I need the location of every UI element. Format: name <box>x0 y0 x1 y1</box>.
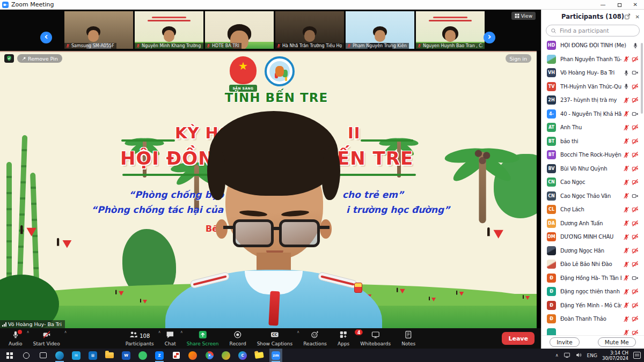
video-thumbnail[interactable]: Hà Nhã Trân Trường Tiểu Học... <box>275 11 344 49</box>
tray-expand-icon[interactable]: ∧ <box>555 353 559 358</box>
taskbar-app-multicolor-app[interactable] <box>219 349 232 362</box>
participant-avatar: HD <box>547 41 556 50</box>
zoom-app-icon <box>2 2 9 8</box>
video-thumbnail[interactable]: Samsung SM-A055F <box>64 11 133 49</box>
popout-panel-icon[interactable] <box>624 12 631 22</box>
remove-pin-button[interactable]: Remove Pin <box>17 54 62 63</box>
taskbar-app-mail[interactable]: ✉ <box>70 349 83 362</box>
participant-row[interactable]: BV Bùi Võ Như Quỳnh <box>541 162 644 176</box>
participant-row[interactable]: Đ Đặng Yến Minh - Mỏ Cày Nam <box>541 299 644 313</box>
mic-muted-icon <box>276 43 281 48</box>
participant-row[interactable]: Phan Nguyễn Thanh Tú- ... (Host) <box>541 53 644 67</box>
toolbar-audio-button[interactable]: Audio ∧ <box>3 328 28 349</box>
taskbar-clock[interactable]: 3:14 CH 30/07/2024 <box>602 350 628 361</box>
participant-name: Dương Anh Tuấn <box>560 220 621 226</box>
participant-avatar: CN <box>547 191 556 201</box>
video-filmstrip: ‹ Samsung SM-A055F Nguyễn Minh Khang Trư… <box>0 10 541 51</box>
participants-panel: Participants (108) ✕ HD HỘI ĐỒNG ĐỘI TỈN… <box>541 10 644 349</box>
participant-row[interactable]: Đào Lê Bảo Nhi Đào <box>541 257 644 271</box>
chat-icon <box>166 330 174 341</box>
filmstrip-next-button[interactable]: › <box>484 32 495 43</box>
child-illustration <box>397 289 409 309</box>
video-thumbnail[interactable]: HDTE BA TRI <box>205 11 274 49</box>
video-thumbnail[interactable]: Nguyen Huynh Bao Tran , Ca... <box>416 11 485 49</box>
participant-row[interactable]: TV TH-Huỳnh Văn Thức-Quỳnh Trâm <box>541 80 644 94</box>
language-indicator[interactable]: ENG <box>587 353 597 358</box>
video-thumbnail[interactable]: Nguyễn Minh Khang Trường ... <box>135 11 203 49</box>
action-center-icon[interactable] <box>633 352 641 359</box>
chevron-up-icon[interactable]: ∧ <box>64 330 67 334</box>
invite-button[interactable]: Invite <box>550 337 579 347</box>
toolbar-show-captions-button[interactable]: CC Show Captions ∧ <box>252 328 298 349</box>
taskbar-app-explorer[interactable] <box>103 349 116 362</box>
taskbar-app-yellow-app[interactable] <box>253 349 266 362</box>
participant-avatar: AT <box>547 123 556 132</box>
participant-row[interactable]: Đ Đặng Hồng Hà- Th Tân Bình- ... <box>541 271 644 285</box>
close-button[interactable]: ✕ <box>633 0 638 10</box>
minimize-button[interactable]: — <box>601 0 606 10</box>
taskbar-app-word[interactable]: W <box>120 349 133 362</box>
participant-avatar: Đ <box>547 301 556 310</box>
taskbar-app-zalo[interactable]: Z <box>153 349 166 362</box>
toolbar-participants-button[interactable]: 108 Participants ∧ <box>120 328 159 349</box>
mute-me-button[interactable]: Mute Me <box>598 337 636 347</box>
taskbar-app-green-app[interactable] <box>136 349 149 362</box>
child-illustration <box>457 292 467 310</box>
participant-row[interactable]: BT bảo thi <box>541 135 644 149</box>
sign-in-button[interactable]: Sign in <box>506 54 531 63</box>
participant-row[interactable]: 4- 40 - Nguyễn Thị Khả Hân (THP... <box>541 107 644 121</box>
toolbar-share-screen-button[interactable]: Share Screen <box>181 328 224 349</box>
participant-row[interactable]: CN Cao Ngọc <box>541 175 644 189</box>
taskbar-app-firefox[interactable] <box>186 349 199 362</box>
children-council-logo <box>265 56 295 86</box>
participant-row[interactable]: Dương Ngọc Hân <box>541 244 644 258</box>
security-shield-icon[interactable] <box>4 54 14 63</box>
close-panel-icon[interactable]: ✕ <box>635 14 640 20</box>
taskbar-app-search[interactable] <box>20 349 33 362</box>
participant-row[interactable]: VH Võ Hoàng Huy- Ba Tri <box>541 66 644 80</box>
participant-search[interactable] <box>546 25 640 36</box>
toolbar-notes-button[interactable]: Notes <box>396 328 421 349</box>
participant-name: DƯƠNG MINH CHÂU <box>560 234 621 240</box>
taskbar-app-zoom[interactable]: zm <box>269 349 282 362</box>
video-thumbnail[interactable]: Phạm Nguyễn Trung Kiên <box>346 11 414 49</box>
participant-avatar: CL <box>547 205 556 214</box>
taskbar-app-start[interactable] <box>3 349 16 362</box>
participant-row[interactable]: Đ Đoàn Thanh Thảo <box>541 312 644 326</box>
toolbar-apps-button[interactable]: Apps <box>332 328 355 349</box>
toolbar-start-video-button[interactable]: Start Video ∧ <box>28 328 65 349</box>
toolbar-record-button[interactable]: Record <box>224 328 252 349</box>
taskbar-app-store[interactable]: ⊞ <box>86 349 99 362</box>
view-button[interactable]: View <box>511 12 536 20</box>
toolbar-reactions-button[interactable]: Reactions <box>298 328 332 349</box>
participant-row[interactable]: 2H 237- hùynh thị trà my <box>541 93 644 107</box>
signal-icon <box>2 322 6 327</box>
taskbar-app-chrome[interactable] <box>203 349 216 362</box>
participant-row[interactable]: DM DƯƠNG MINH CHÂU <box>541 230 644 244</box>
toolbar-chat-button[interactable]: 4 Chat ∧ <box>159 328 181 349</box>
participant-row[interactable]: AT Anh Thu <box>541 121 644 135</box>
leave-button[interactable]: Leave <box>502 332 535 345</box>
display-tray-icon[interactable] <box>564 350 570 360</box>
participant-row[interactable]: CL Chợ Lách <box>541 203 644 217</box>
taskbar-app-edge[interactable] <box>53 349 66 362</box>
search-input[interactable] <box>559 27 635 34</box>
camera-off-icon <box>631 83 640 90</box>
mic-icon <box>621 83 631 90</box>
toolbar-whiteboards-button[interactable]: Whiteboards <box>355 328 396 349</box>
speaker-tray-icon[interactable] <box>575 350 582 360</box>
participant-row[interactable]: DA Dương Anh Tuấn <box>541 217 644 231</box>
taskbar-app-tiles-app[interactable] <box>170 349 182 362</box>
participant-row[interactable]: HD HỘI ĐỒNG ĐỘI TỈNH (Me) <box>541 39 644 53</box>
participant-row[interactable]: Đ Đặng ngọc thiên thanh <box>541 285 644 299</box>
mic-muted-icon <box>621 261 631 268</box>
participant-avatar: VH <box>547 68 556 77</box>
filmstrip-prev-button[interactable]: ‹ <box>40 32 52 43</box>
taskbar-app-canva[interactable]: C <box>236 349 249 362</box>
participant-row[interactable] <box>541 326 644 336</box>
participant-row[interactable]: CN Cao Ngọc Thảo Vân <box>541 189 644 203</box>
restore-button[interactable] <box>618 0 621 10</box>
taskbar-app-task-view[interactable] <box>36 349 49 362</box>
participant-row[interactable]: BT Bocchi The Rock-Huyện GT <box>541 148 644 162</box>
participants-scrollbar[interactable] <box>641 43 643 114</box>
